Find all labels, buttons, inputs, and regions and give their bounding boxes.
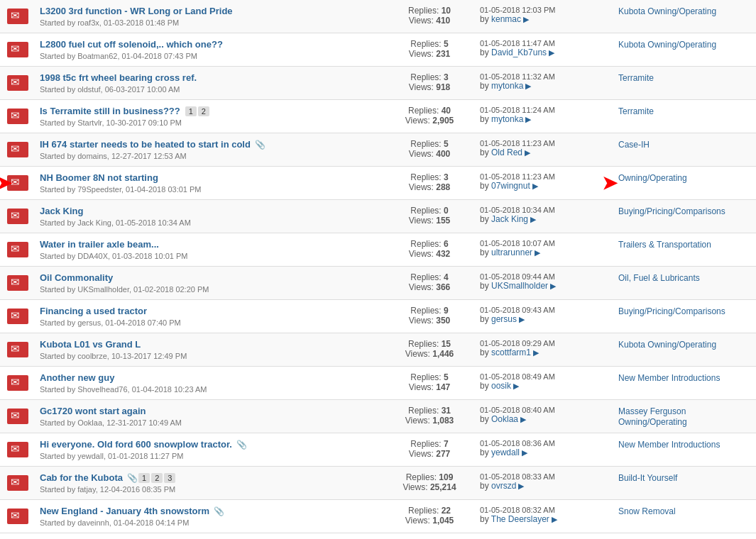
topic-title[interactable]: NH Boomer 8N not starting [40,172,158,183]
lastpost-user-link[interactable]: 07wingnut [491,181,530,191]
col-stats: Replies: 7Views: 277 [383,433,476,466]
category-link[interactable]: Massey Ferguson Owning/Operating [618,406,687,427]
col-topic: Oil CommonalityStarted by UKSmallholder,… [35,267,383,299]
lastpost-user-link[interactable]: Jack King [491,214,528,224]
topic-title[interactable]: New England - January 4th snowstorm [40,506,209,516]
col-lastpost: 01-05-2018 08:49 AMby oosik ▶ [476,367,614,399]
replies-count: Replies: 3 [388,172,471,182]
category-link[interactable]: Owning/Operating [618,173,687,183]
category-link[interactable]: Oil, Fuel & Lubricants [618,273,700,283]
lastpost-date: 01-05-2018 10:34 AM [480,206,610,214]
lastpost-by: by oosik ▶ [480,381,610,391]
topic-title[interactable]: Hi everyone. Old ford 600 snowplow tract… [40,439,232,450]
replies-count: Replies: 9 [388,306,471,316]
go-to-post-icon: ▶ [521,15,529,23]
views-count: Views: 432 [388,249,471,259]
topic-title[interactable]: Jack King [40,206,83,216]
lastpost-by: by ultrarunner ▶ [480,248,610,257]
category-link[interactable]: Buying/Pricing/Comparisons [618,306,725,316]
topic-meta: Started by 79Speedster, 01-04-2018 03:01… [40,185,379,194]
page-number-link[interactable]: 1 [138,473,150,483]
topic-title[interactable]: Cab for the Kubota [40,472,123,483]
col-stats: Replies: 4Views: 366 [383,267,476,299]
col-lastpost: 01-05-2018 11:47 AMby David_Kb7uns ▶ [476,33,614,66]
col-stats: Replies: 5Views: 231 [383,33,476,66]
col-topic: Hi everyone. Old ford 600 snowplow tract… [35,433,383,466]
col-icon: ✉ [0,400,35,433]
category-link[interactable]: Terramite [618,106,654,116]
topic-meta: Started by Jack King, 01-05-2018 10:34 A… [40,218,379,227]
category-link[interactable]: Trailers & Transportation [618,240,711,250]
table-row: ✉Cab for the Kubota📎123Started by fatjay… [0,467,756,500]
go-to-post-icon: ▶ [523,115,531,123]
lastpost-user-link[interactable]: ovrszd [491,481,516,491]
col-lastpost: 01-05-2018 08:32 AMby The Deerslayer ▶ [476,500,614,533]
col-stats: Replies: 22Views: 1,045 [383,500,476,533]
topic-title[interactable]: Oil Commonality [40,272,113,283]
topic-title[interactable]: IH 674 starter needs to be heated to sta… [40,139,251,150]
col-category: Terramite [614,100,756,133]
col-icon: ✉ [0,300,35,333]
page-number-link[interactable]: 2 [151,473,163,483]
topic-title[interactable]: L2800 fuel cut off solenoid,.. which one… [40,39,223,50]
table-row: ✉Gc1720 wont start againStarted by Ookla… [0,400,756,433]
category-link[interactable]: Terramite [618,73,654,83]
lastpost-user-link[interactable]: mytonka [491,81,523,91]
lastpost-user-link[interactable]: David_Kb7uns [491,48,547,57]
topic-meta: Started by DDA40X, 01-03-2018 10:01 PM [40,252,379,260]
page-number-link[interactable]: 3 [164,473,175,483]
lastpost-user-link[interactable]: yewdall [491,448,520,457]
col-icon: ✉ [0,333,35,366]
lastpost-user-link[interactable]: The Deerslayer [491,514,549,524]
lastpost-by: by David_Kb7uns ▶ [480,48,610,57]
col-topic: L3200 3rd function - WR Long or Land Pri… [35,0,383,33]
category-link[interactable]: Case-IH [618,140,650,150]
lastpost-user-link[interactable]: mytonka [491,114,523,124]
topic-title[interactable]: L3200 3rd function - WR Long or Land Pri… [40,6,233,16]
table-row: ✉Financing a used tractorStarted by gers… [0,300,756,333]
page-number-link[interactable]: 2 [198,106,209,116]
replies-count: Replies: 4 [388,272,471,282]
topic-meta: Started by daveinnh, 01-04-2018 04:14 PM [40,518,379,527]
table-row: ✉Kubota L01 vs Grand LStarted by coolbrz… [0,333,756,367]
lastpost-user-link[interactable]: Ooklaa [491,414,518,424]
lastpost-user-link[interactable]: kenmac [491,14,521,24]
topic-title[interactable]: Kubota L01 vs Grand L [40,339,141,350]
col-icon: ✉ [0,100,35,133]
category-link[interactable]: New Member Introductions [618,440,720,450]
lastpost-date: 01-05-2018 08:33 AM [480,472,610,481]
replies-count: Replies: 31 [388,406,471,416]
page-number-link[interactable]: 1 [185,106,197,116]
go-to-post-icon: ▶ [547,48,554,57]
views-count: Views: 918 [388,82,471,92]
category-link[interactable]: Build-It Yourself [618,473,677,483]
lastpost-by: by 07wingnut ▶ [480,181,610,191]
category-link[interactable]: Buying/Pricing/Comparisons [618,206,725,216]
go-to-post-icon: ▶ [520,448,527,457]
topic-title[interactable]: Is Terramite still in business??? [40,106,180,116]
lastpost-user-link[interactable]: Old Red [491,148,522,157]
lastpost-user-link[interactable]: scottfarm1 [491,348,531,357]
topic-title[interactable]: Water in trailer axle beam... [40,239,159,250]
category-link[interactable]: Kubota Owning/Operating [618,40,716,50]
topic-meta: Started by oldstuf, 06-03-2017 10:00 AM [40,85,379,94]
lastpost-user-link[interactable]: oosik [491,381,511,391]
lastpost-user-link[interactable]: ultrarunner [491,248,532,257]
category-link[interactable]: Snow Removal [618,506,676,516]
topic-title[interactable]: Gc1720 wont start again [40,406,146,416]
col-stats: Replies: 0Views: 155 [383,200,476,233]
topic-title[interactable]: Another new guy [40,372,114,383]
category-link[interactable]: Kubota Owning/Operating [618,340,716,350]
category-link[interactable]: Kubota Owning/Operating [618,6,716,16]
topic-title[interactable]: Financing a used tractor [40,306,147,316]
topic-title[interactable]: 1998 t5c frt wheel bearing cross ref. [40,72,197,83]
category-link[interactable]: New Member Introductions [618,373,720,383]
col-category: Kubota Owning/Operating [614,333,756,366]
lastpost-user-link[interactable]: gersus [491,314,517,324]
col-icon: ✉ [0,0,35,33]
topic-meta: Started by UKSmallholder, 01-02-2018 02:… [40,285,379,294]
col-topic: Kubota L01 vs Grand LStarted by coolbrze… [35,333,383,366]
topic-meta: Started by Ooklaa, 12-31-2017 10:49 AM [40,418,379,427]
lastpost-user-link[interactable]: UKSmallholder [491,281,548,291]
table-row: ✉Another new guyStarted by Shovelhead76,… [0,367,756,400]
